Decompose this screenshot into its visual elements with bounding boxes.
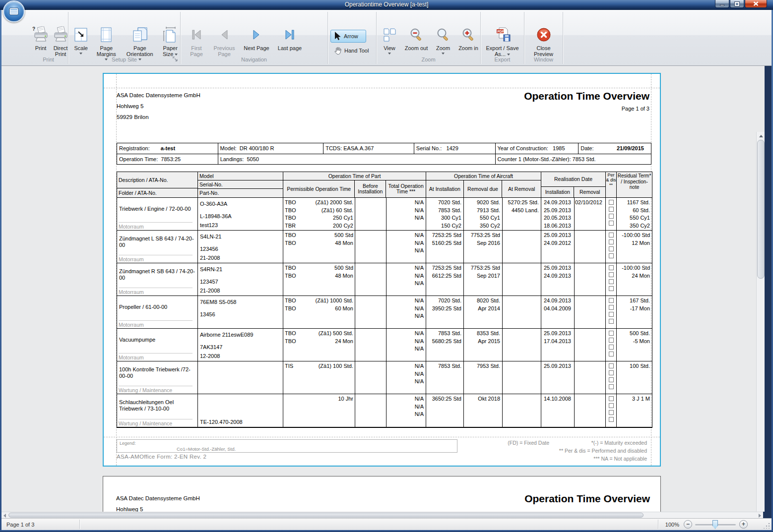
vertical-scrollbar[interactable]	[756, 132, 765, 512]
margin-guide-top	[104, 88, 660, 88]
header-residual: Residual Term* / Inspection-note	[617, 172, 652, 197]
report-title: Operation Time Overview	[524, 90, 649, 102]
window-title: Operationtime Overview [a-test]	[0, 1, 773, 8]
cell-before-installation	[355, 394, 386, 427]
previous-page-button[interactable]: Previous Page	[211, 25, 237, 57]
direct-print-button[interactable]: Direct Print	[52, 25, 69, 57]
folder-label: Wartung / Maintenance	[119, 386, 193, 393]
hand-tool-label: Hand Tool	[344, 48, 369, 54]
horizontal-scrollbar[interactable]	[1, 512, 763, 518]
print-button[interactable]: ? Print	[32, 25, 50, 51]
dialog-launcher-icon[interactable]	[172, 56, 179, 62]
arrow-tool-button[interactable]: Arrow	[330, 30, 366, 43]
cell-residual: 167 Std.-17 Mon	[617, 296, 652, 328]
cell-before-installation	[355, 361, 386, 394]
printer-icon	[52, 26, 69, 44]
page-margins-button[interactable]: Page Margins	[93, 25, 119, 60]
zoom-out-slider-button[interactable]: −	[684, 520, 692, 529]
cell-at-removal	[503, 231, 541, 263]
cell-description: Triebwerk / Engine / 72-00-00Motorraum	[117, 198, 198, 230]
model-name: S4LN-21	[200, 234, 282, 240]
table-row: Zündmagnet L SB 643 / 74-20-00MotorraumS…	[117, 231, 652, 263]
first-page-button[interactable]: First Page	[186, 25, 207, 57]
per-dis-checkbox	[609, 233, 614, 237]
cell-description: Zündmagnet L SB 643 / 74-20-00Motorraum	[117, 231, 198, 263]
zoom-in-slider-button[interactable]: +	[739, 520, 748, 529]
maximize-button[interactable]	[730, 0, 744, 8]
table-row: Schlauchleitungen Oel Triebwerk / 73-10-…	[117, 394, 652, 427]
header-permissible: Permissible Operation Time	[283, 180, 355, 197]
legend-per-dis: ** Per & dis = Performed and disabled	[559, 448, 647, 454]
cell-per-dis	[606, 329, 617, 361]
zoom-in-button[interactable]: Zoom in	[457, 25, 480, 51]
pdf-export-icon: PDF	[494, 26, 511, 44]
registration-value: a-test	[161, 145, 175, 151]
report-page-1: ASA Datec Datensysteme GmbH Hohlweg 5 59…	[103, 73, 661, 467]
company-name: ASA Datec Datensysteme GmbH	[117, 90, 200, 101]
table-row: Triebwerk / Engine / 72-00-00MotorraumO-…	[117, 198, 652, 231]
per-dis-checkbox	[609, 246, 614, 251]
folder-label: Motorraum	[119, 288, 193, 295]
hand-tool-button[interactable]: Hand Tool	[330, 45, 373, 56]
per-dis-checkbox	[609, 265, 614, 270]
application-menu-button[interactable]	[3, 0, 25, 22]
view-button[interactable]: View	[381, 25, 398, 55]
per-dis-checkbox	[609, 286, 614, 291]
cell-before-installation	[355, 198, 386, 230]
scroll-up-icon[interactable]	[759, 135, 763, 137]
status-separator	[79, 520, 80, 529]
cell-per-dis	[606, 296, 617, 328]
header-part: Part-No.	[198, 189, 283, 197]
page-orientation-button[interactable]: Page Orientation	[123, 25, 156, 60]
cell-removal-date	[575, 361, 606, 394]
zoom-dropdown-caret-icon	[442, 53, 445, 55]
cell-model: O-360-A3AL-18948-36Atest123	[198, 198, 283, 230]
paper-size-button[interactable]: Paper Size	[160, 25, 180, 57]
header-removal-due: Removal due	[464, 180, 503, 197]
next-page-button[interactable]: Next Page	[241, 25, 272, 51]
preview-area[interactable]: ASA Datec Datensysteme GmbH Hohlweg 5 59…	[1, 66, 765, 512]
close-icon	[753, 1, 759, 6]
resize-grip[interactable]	[764, 522, 770, 529]
first-page-icon	[190, 26, 203, 44]
page2-company-street: Hohlweg 5	[116, 506, 143, 512]
cell-at-installation: 7853 Std.5680:25 Std	[426, 329, 464, 361]
part-number: test123	[200, 222, 282, 229]
zoom-slider-thumb[interactable]	[712, 520, 718, 529]
scroll-right-icon[interactable]	[759, 514, 761, 518]
scroll-left-icon[interactable]	[3, 514, 6, 518]
cell-installation-date: 24.09.201325.09.201320.05.201318.06.2013	[541, 198, 575, 230]
cell-residual: 3 J 1 M	[617, 394, 652, 427]
scale-button[interactable]: Scale	[72, 25, 89, 55]
horizontal-scrollbar-thumb[interactable]	[8, 513, 644, 518]
cell-model: S4LN-2112345621-2008	[198, 231, 283, 263]
close-preview-button[interactable]: Close Preview	[530, 25, 558, 57]
header-at-removal: At Removal	[502, 180, 541, 197]
header-op-time-part-group: Operation Time of Part Permissible Opera…	[283, 172, 426, 197]
vertical-scrollbar-thumb[interactable]	[757, 140, 765, 279]
description-text: Zündmagnet R SB 643 / 74-20-00	[119, 268, 195, 282]
application-window: Operationtime Overview [a-test] ?	[0, 0, 773, 532]
close-window-button[interactable]	[745, 0, 767, 8]
part-number: TE-120.470-2008	[200, 419, 282, 425]
header-op-time-aircraft-group: Operation Time of Aircraft At Installati…	[426, 172, 541, 197]
landings-cell: Landings: 5050	[218, 154, 496, 164]
print-button-label: Print	[35, 45, 47, 51]
window-border-bottom	[0, 530, 773, 532]
cell-before-installation	[355, 263, 386, 296]
zoom-button[interactable]: Zoom	[434, 25, 452, 55]
view-dropdown-caret-icon	[388, 53, 391, 55]
per-dis-checkbox	[609, 214, 614, 219]
serial-no-cell: Serial No.: 1429	[414, 143, 496, 154]
serial-number: L-18948-36A	[200, 213, 282, 220]
minimize-button[interactable]	[715, 0, 729, 8]
table-row: Propeller / 61-00-00Motorraum76EM8 S5-05…	[117, 296, 652, 329]
cell-before-installation	[355, 231, 386, 263]
cell-permissible: TBO500 StdTBO48 Mon	[283, 231, 355, 263]
header-installation: Installation	[541, 187, 574, 197]
last-page-button[interactable]: Last page	[276, 25, 304, 51]
arrow-tool-label: Arrow	[344, 33, 358, 39]
export-save-as-button[interactable]: PDF Export / Save As...	[485, 25, 520, 57]
per-dis-checkbox	[609, 331, 614, 336]
zoom-out-button[interactable]: Zoom out	[403, 25, 429, 51]
